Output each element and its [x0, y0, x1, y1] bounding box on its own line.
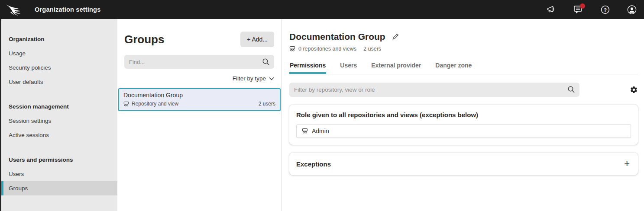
section-title: Users and permissions [1, 153, 117, 167]
tab-danger-zone[interactable]: Danger zone [435, 60, 472, 74]
sidebar-item-user-defaults[interactable]: User defaults [1, 75, 117, 89]
announcements-icon[interactable] [547, 5, 556, 14]
sidebar-item-active-sessions[interactable]: Active sessions [1, 128, 117, 142]
user-avatar-icon[interactable] [627, 5, 637, 14]
default-role-card: Role given to all repositories and views… [289, 105, 638, 145]
search-icon [262, 58, 270, 67]
group-detail-tabs: Permissions Users External provider Dang… [289, 60, 638, 74]
feedback-chat-icon[interactable] [573, 5, 583, 14]
repository-and-view-icon [289, 46, 295, 52]
topbar-actions: ? [547, 5, 644, 14]
sidebar-item-usage[interactable]: Usage [1, 46, 117, 61]
section-title: Organization [1, 32, 117, 46]
exceptions-card: Exceptions + [289, 153, 638, 175]
tab-permissions[interactable]: Permissions [289, 60, 326, 74]
section-title: Session management [1, 99, 117, 114]
chevron-down-icon [269, 77, 274, 80]
exceptions-heading: Exceptions [296, 160, 331, 168]
search-icon [567, 86, 575, 95]
crowdstrike-logo-icon[interactable] [6, 3, 24, 16]
group-detail-panel: Documentation Group 0 repositories and v… [282, 19, 644, 211]
permissions-filter-input[interactable] [289, 83, 579, 97]
group-repositories-count: 0 repositories and views [298, 46, 356, 52]
role-select[interactable]: Admin [296, 124, 631, 138]
filter-by-type-label: Filter by type [233, 75, 266, 82]
role-select-value: Admin [312, 128, 329, 134]
sidebar-item-users[interactable]: Users [1, 167, 117, 181]
group-name: Documentation Group [123, 92, 275, 99]
group-find-input[interactable] [124, 55, 274, 69]
svg-text:?: ? [603, 7, 606, 12]
sidebar-item-groups[interactable]: Groups [1, 181, 117, 195]
gear-icon[interactable] [630, 86, 638, 94]
sidebar-item-session-settings[interactable]: Session settings [1, 114, 117, 128]
add-exception-button[interactable]: + [623, 160, 631, 168]
filter-by-type-dropdown[interactable]: Filter by type [124, 75, 274, 82]
repository-and-view-icon [302, 128, 308, 134]
sidebar-section-session-management: Session management Session settings Acti… [1, 99, 117, 142]
group-type: Repository and view [132, 101, 178, 107]
settings-sidebar: Organization Usage Security policies Use… [1, 19, 117, 211]
help-icon[interactable]: ? [600, 5, 610, 14]
groups-list-panel: Groups + Add... Filter by type Documenta… [117, 19, 282, 211]
group-list-item[interactable]: Documentation Group Repository and view … [118, 88, 281, 111]
group-user-count: 2 users [259, 101, 275, 107]
notification-dot [580, 3, 585, 9]
group-users-count: 2 users [363, 46, 381, 52]
groups-panel-title: Groups [124, 33, 164, 46]
sidebar-item-security-policies[interactable]: Security policies [1, 61, 117, 75]
default-role-heading: Role given to all repositories and views… [296, 111, 631, 118]
tab-users[interactable]: Users [340, 60, 357, 74]
sidebar-section-organization: Organization Usage Security policies Use… [1, 32, 117, 89]
page-title: Organization settings [35, 6, 100, 13]
group-search [124, 55, 274, 69]
top-bar: Organization settings ? [0, 0, 644, 19]
sidebar-section-users-permissions: Users and permissions Users Groups [1, 153, 117, 195]
permissions-filter [289, 83, 579, 97]
repository-and-view-icon [123, 101, 129, 107]
group-detail-title: Documentation Group [289, 32, 385, 42]
add-group-button[interactable]: + Add... [240, 32, 274, 47]
tab-external-provider[interactable]: External provider [371, 60, 421, 74]
edit-group-name-icon[interactable] [392, 33, 399, 40]
